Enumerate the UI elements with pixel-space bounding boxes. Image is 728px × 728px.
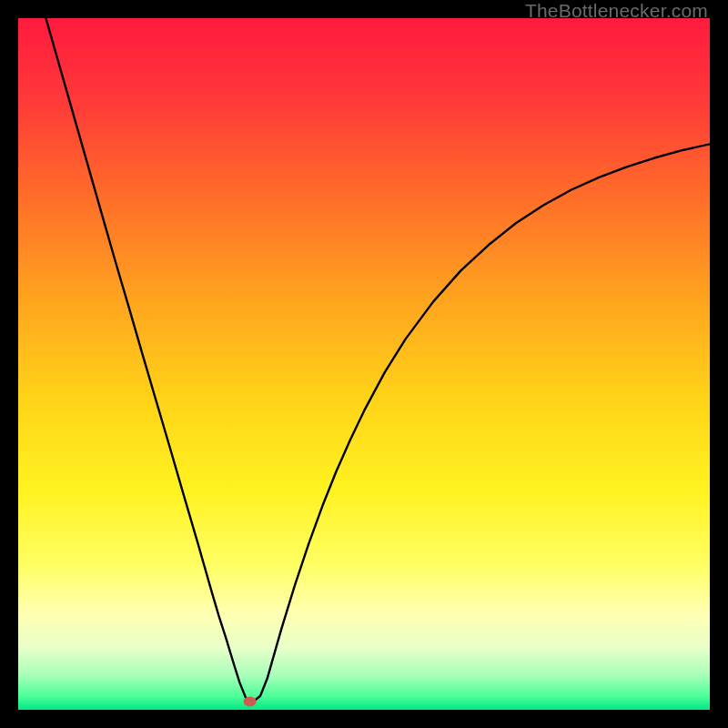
bottleneck-chart <box>18 18 710 710</box>
watermark-text: TheBottlenecker.com <box>525 0 708 22</box>
optimal-point-marker <box>244 696 257 706</box>
chart-background <box>18 18 710 710</box>
chart-frame <box>18 18 710 710</box>
